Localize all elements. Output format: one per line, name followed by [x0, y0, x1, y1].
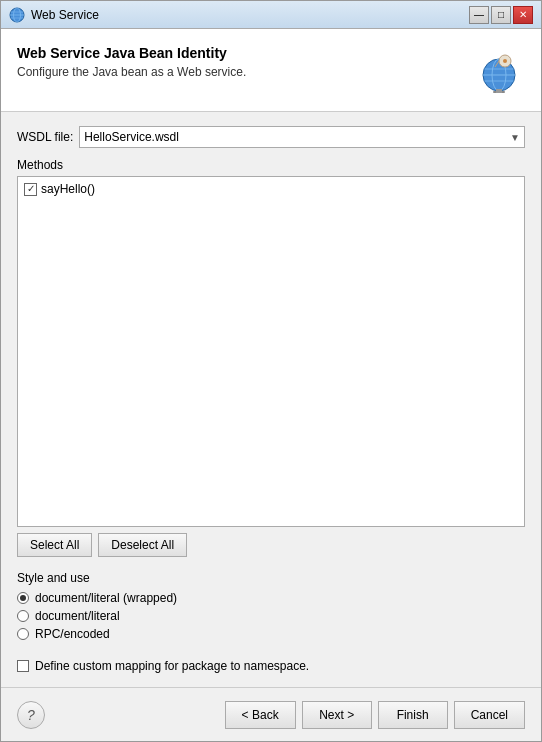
- method-checkbox[interactable]: ✓: [24, 183, 37, 196]
- methods-group: Methods ✓ sayHello() Select All Deselect…: [17, 158, 525, 557]
- methods-label: Methods: [17, 158, 525, 172]
- radio-rpc-encoded[interactable]: RPC/encoded: [17, 627, 525, 641]
- custom-mapping-item[interactable]: Define custom mapping for package to nam…: [17, 659, 525, 673]
- wsdl-dropdown[interactable]: HelloService.wsdl ▼: [79, 126, 525, 148]
- content-area: WSDL file: HelloService.wsdl ▼ Methods ✓…: [1, 112, 541, 687]
- minimize-button[interactable]: —: [469, 6, 489, 24]
- header-text: Web Service Java Bean Identity Configure…: [17, 45, 473, 79]
- style-group-label: Style and use: [17, 571, 525, 585]
- method-item[interactable]: ✓ sayHello(): [22, 181, 520, 197]
- help-button[interactable]: ?: [17, 701, 45, 729]
- radio-circle-doc-lit: [17, 610, 29, 622]
- methods-list: ✓ sayHello(): [17, 176, 525, 527]
- method-name: sayHello(): [41, 182, 95, 196]
- web-service-window: Web Service — □ ✕ Web Service Java Bean …: [0, 0, 542, 742]
- header-title: Web Service Java Bean Identity: [17, 45, 473, 61]
- radio-doc-lit[interactable]: document/literal: [17, 609, 525, 623]
- footer-buttons: < Back Next > Finish Cancel: [225, 701, 525, 729]
- deselect-all-button[interactable]: Deselect All: [98, 533, 187, 557]
- select-all-button[interactable]: Select All: [17, 533, 92, 557]
- wsdl-row: WSDL file: HelloService.wsdl ▼: [17, 126, 525, 148]
- globe-icon: [475, 47, 523, 95]
- radio-label-doc-lit: document/literal: [35, 609, 120, 623]
- close-button[interactable]: ✕: [513, 6, 533, 24]
- header-subtitle: Configure the Java bean as a Web service…: [17, 65, 473, 79]
- title-bar-text: Web Service: [31, 8, 469, 22]
- radio-label-rpc-encoded: RPC/encoded: [35, 627, 110, 641]
- wsdl-dropdown-arrow: ▼: [510, 132, 520, 143]
- window-controls: — □ ✕: [469, 6, 533, 24]
- globe-icon-container: [473, 45, 525, 97]
- svg-point-14: [503, 59, 507, 63]
- maximize-button[interactable]: □: [491, 6, 511, 24]
- style-group: Style and use document/literal (wrapped)…: [17, 571, 525, 641]
- radio-circle-doc-lit-wrapped: [17, 592, 29, 604]
- footer: ? < Back Next > Finish Cancel: [1, 687, 541, 741]
- back-button[interactable]: < Back: [225, 701, 296, 729]
- cancel-button[interactable]: Cancel: [454, 701, 525, 729]
- header-section: Web Service Java Bean Identity Configure…: [1, 29, 541, 112]
- title-bar: Web Service — □ ✕: [1, 1, 541, 29]
- window-icon: [9, 7, 25, 23]
- wsdl-value: HelloService.wsdl: [84, 130, 179, 144]
- custom-mapping-checkbox[interactable]: [17, 660, 29, 672]
- wsdl-label: WSDL file:: [17, 130, 73, 144]
- radio-circle-rpc-encoded: [17, 628, 29, 640]
- finish-button[interactable]: Finish: [378, 701, 448, 729]
- svg-rect-11: [496, 89, 502, 93]
- radio-label-doc-lit-wrapped: document/literal (wrapped): [35, 591, 177, 605]
- checkmark-icon: ✓: [27, 184, 35, 194]
- next-button[interactable]: Next >: [302, 701, 372, 729]
- custom-mapping-label: Define custom mapping for package to nam…: [35, 659, 309, 673]
- select-buttons: Select All Deselect All: [17, 533, 525, 557]
- radio-doc-lit-wrapped[interactable]: document/literal (wrapped): [17, 591, 525, 605]
